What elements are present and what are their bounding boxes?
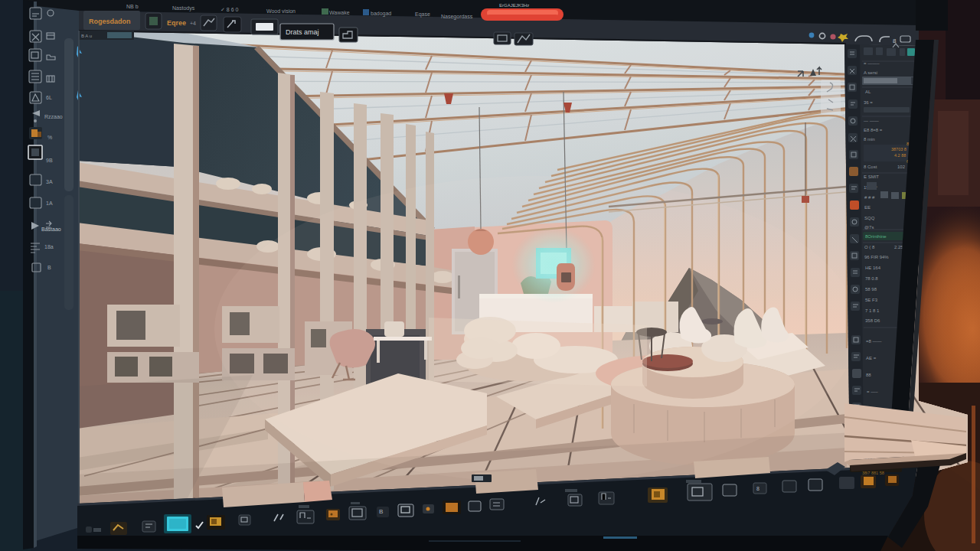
svg-text:4.2 88: 4.2 88 <box>894 153 906 158</box>
svg-text:@7s: @7s <box>864 225 874 230</box>
svg-text:7 1 8 1: 7 1 8 1 <box>865 308 880 313</box>
svg-text:78 0.8: 78 0.8 <box>865 276 878 281</box>
svg-text:ErGAJEJK3Hz: ErGAJEJK3Hz <box>499 3 529 8</box>
svg-text:Bastaao: Bastaao <box>41 227 61 232</box>
svg-text:B: B <box>47 265 51 270</box>
svg-text:EE: EE <box>864 205 871 210</box>
svg-text:= —–: = —– <box>867 390 878 394</box>
svg-text:18a: 18a <box>44 244 54 249</box>
svg-text:Rogesdadon: Rogesdadon <box>89 18 131 25</box>
svg-text:6L: 6L <box>46 95 52 100</box>
svg-text:8 Cost: 8 Cost <box>864 165 877 169</box>
svg-text:— ——: — —— <box>864 119 879 123</box>
svg-text:AE =: AE = <box>866 356 877 360</box>
svg-text:58 98: 58 98 <box>865 287 877 292</box>
svg-text:Nastodys: Nastodys <box>172 5 195 11</box>
svg-text:358 D6: 358 D6 <box>865 318 880 323</box>
svg-text:9B: 9B <box>46 158 53 163</box>
svg-text:Wawake: Wawake <box>329 10 350 15</box>
svg-text:88: 88 <box>866 373 871 377</box>
svg-text:O ( 8: O ( 8 <box>864 245 875 249</box>
svg-text:badogad: badogad <box>371 11 391 17</box>
svg-text:8Orinthine: 8Orinthine <box>865 234 887 239</box>
svg-text:%: % <box>47 135 52 140</box>
svg-text:3A: 3A <box>46 179 53 184</box>
svg-text:= ——–: = ——– <box>864 61 880 66</box>
svg-text:96 FIR 94%: 96 FIR 94% <box>864 255 889 259</box>
svg-text:1A: 1A <box>46 201 53 206</box>
svg-text:=8 ——: =8 —— <box>866 339 882 344</box>
svg-text:E8 8=8 =: E8 8=8 = <box>864 128 883 132</box>
svg-text:Wood vision: Wood vision <box>266 8 296 14</box>
svg-text:✓ 8 6 0: ✓ 8 6 0 <box>220 7 238 12</box>
svg-text:Rzzaao: Rzzaao <box>44 114 63 119</box>
svg-text:38703 8: 38703 8 <box>891 147 906 152</box>
svg-text:HE 164: HE 164 <box>865 266 881 270</box>
svg-text:8 min: 8 min <box>864 137 875 142</box>
svg-text:# # #: # # # <box>864 195 875 200</box>
svg-text:AL: AL <box>865 90 871 94</box>
svg-text:Drats amaj: Drats amaj <box>286 28 319 36</box>
svg-text:Nasegordass: Nasegordass <box>441 14 473 20</box>
svg-text:Eqree: Eqree <box>167 19 186 27</box>
svg-text:8: 8 <box>756 486 760 491</box>
svg-text:Eqase: Eqase <box>415 11 430 18</box>
svg-text:102: 102 <box>897 165 906 169</box>
svg-text:38i7 881 58: 38i7 881 58 <box>862 471 884 475</box>
svg-text:E SMIT: E SMIT <box>864 174 879 179</box>
svg-text:NB b: NB b <box>126 4 139 9</box>
svg-text:A sersi: A sersi <box>864 70 877 75</box>
svg-text:+4: +4 <box>190 21 196 26</box>
svg-text:B A u: B A u <box>81 34 92 38</box>
svg-text:5E F3: 5E F3 <box>865 298 878 302</box>
svg-text:36 =: 36 = <box>864 100 873 105</box>
svg-text:SQQ: SQQ <box>864 216 875 220</box>
svg-text:B: B <box>379 508 383 515</box>
